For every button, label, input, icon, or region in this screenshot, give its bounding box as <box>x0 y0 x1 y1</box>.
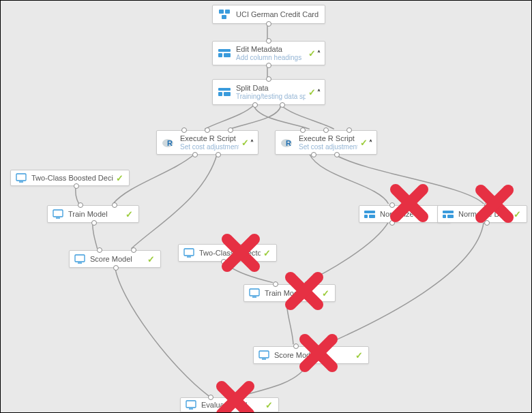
node-title: Execute R Script <box>299 134 357 143</box>
svg-rect-22 <box>443 211 454 213</box>
module-icon <box>364 208 376 220</box>
status-check-icon: ✓ <box>360 138 368 148</box>
node-subtitle: Set cost adjustment <box>180 143 239 151</box>
node-two-class-boosted-decision-tree[interactable]: Two-Class Boosted Decision... ✓ <box>10 170 130 186</box>
collapse-caret-icon[interactable]: ˄ <box>317 50 321 57</box>
status-check-icon: ✓ <box>308 87 316 97</box>
node-title: Edit Metadata <box>236 44 306 54</box>
svg-rect-8 <box>224 92 231 96</box>
learner-icon <box>183 247 195 259</box>
svg-rect-20 <box>364 215 368 218</box>
node-edit-metadata[interactable]: Edit Metadata Add column headings ✓ ˄ <box>212 41 325 65</box>
node-train-model-right[interactable]: Train Model ✓ <box>243 284 336 302</box>
learner-icon <box>248 287 261 299</box>
module-icon <box>217 85 232 100</box>
svg-rect-27 <box>250 289 259 296</box>
svg-rect-23 <box>443 215 446 218</box>
node-title: Two-Class Boosted Decision... <box>31 174 113 182</box>
node-subtitle: Add column headings <box>236 54 306 62</box>
node-train-model-left[interactable]: Train Model ✓ <box>47 205 139 223</box>
node-score-model-right[interactable]: Score Model ✓ <box>253 346 369 364</box>
r-icon: R <box>161 135 176 150</box>
node-title: Train Model <box>68 210 108 218</box>
node-subtitle: Set cost adjustment <box>299 143 357 151</box>
status-check-icon: ✓ <box>322 288 329 299</box>
module-icon <box>442 208 454 220</box>
node-title: Score Model <box>274 351 316 359</box>
svg-rect-0 <box>219 10 224 14</box>
node-title: Evaluate Mod <box>201 401 247 409</box>
node-evaluate-model[interactable]: Evaluate Mod ✓ <box>180 397 279 412</box>
svg-rect-3 <box>218 49 231 52</box>
svg-rect-19 <box>364 211 375 213</box>
node-title: Normalize Da <box>380 210 426 218</box>
node-dataset[interactable]: UCI German Credit Card Data <box>212 5 325 24</box>
svg-rect-17 <box>75 255 85 262</box>
svg-rect-2 <box>222 15 226 19</box>
status-check-icon: ✓ <box>147 254 155 264</box>
learner-icon <box>74 253 86 265</box>
node-title: UCI German Credit Card Data <box>236 10 321 18</box>
node-two-class-svm[interactable]: Two-Class Su ector... ✓ <box>178 244 277 262</box>
node-normalize-data-right[interactable]: Normalize Da ✓ <box>437 205 527 223</box>
learner-icon <box>185 399 197 411</box>
svg-rect-6 <box>218 88 231 91</box>
status-check-icon: ✓ <box>308 48 316 59</box>
node-title: Score Model <box>90 255 132 263</box>
learner-icon <box>52 208 64 220</box>
status-check-icon: ✓ <box>116 173 123 183</box>
node-title: Two-Class Su ector... <box>199 249 261 257</box>
node-subtitle: Training/testing data split 50% <box>236 93 306 101</box>
svg-rect-24 <box>447 215 454 218</box>
svg-rect-4 <box>218 53 222 57</box>
svg-rect-13 <box>16 174 26 181</box>
node-score-model-left[interactable]: Score Model ✓ <box>69 250 161 268</box>
status-check-icon: ✓ <box>514 209 521 219</box>
node-split-data[interactable]: Split Data Training/testing data split 5… <box>212 79 325 105</box>
svg-text:R: R <box>286 139 291 147</box>
node-execute-r-script-right[interactable]: R Execute R Script Set cost adjustment ✓… <box>275 130 377 155</box>
svg-rect-25 <box>184 249 194 256</box>
node-title: Normalize Da <box>458 210 504 218</box>
status-check-icon: ✓ <box>355 350 363 361</box>
svg-rect-21 <box>369 215 375 218</box>
dataset-icon <box>217 7 232 22</box>
collapse-caret-icon[interactable]: ˄ <box>369 139 372 147</box>
module-icon <box>217 46 232 61</box>
svg-text:R: R <box>167 139 173 147</box>
collapse-caret-icon[interactable]: ˄ <box>250 139 254 147</box>
status-check-icon: ✓ <box>265 400 273 410</box>
status-check-icon: ✓ <box>241 138 249 148</box>
diagram-frame: UCI German Credit Card Data Edit Metadat… <box>0 0 532 413</box>
collapse-caret-icon[interactable]: ˄ <box>317 89 321 96</box>
status-check-icon: ✓ <box>263 248 271 258</box>
svg-rect-31 <box>186 401 196 408</box>
node-execute-r-script-left[interactable]: R Execute R Script Set cost adjustment ✓… <box>156 130 258 155</box>
svg-rect-29 <box>259 351 269 358</box>
learner-icon <box>258 349 270 361</box>
node-title: Train Model <box>265 289 304 297</box>
learner-icon <box>15 172 27 184</box>
svg-rect-15 <box>53 210 63 217</box>
status-check-icon: ✓ <box>125 209 133 219</box>
svg-rect-7 <box>218 92 222 96</box>
r-icon: R <box>280 135 295 150</box>
svg-rect-5 <box>224 53 231 57</box>
node-title: Execute R Script <box>180 134 239 143</box>
svg-rect-1 <box>225 10 230 14</box>
node-title: Split Data <box>236 83 306 93</box>
